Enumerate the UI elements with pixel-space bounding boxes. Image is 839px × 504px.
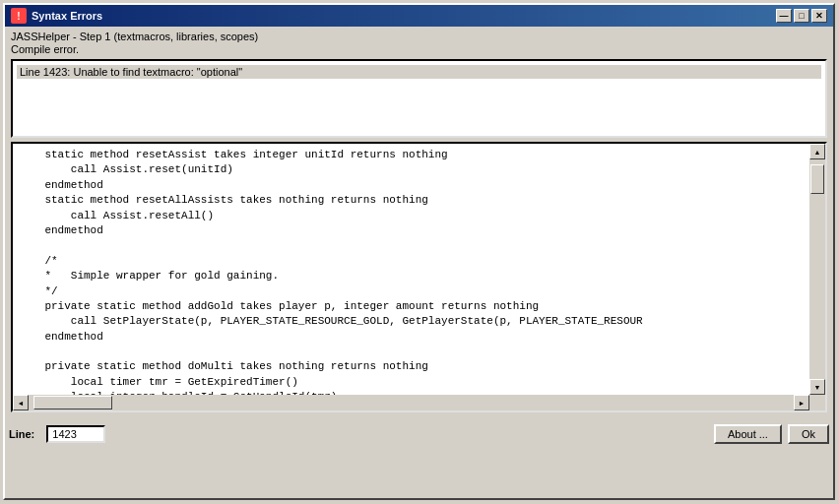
scroll-right-button[interactable]: ► [794,395,809,410]
scroll-up-button[interactable]: ▲ [809,144,825,159]
window-content: JASSHelper - Step 1 (textmacros, librari… [5,27,833,418]
info-line-2: Compile error. [11,43,827,55]
line-label: Line: [9,428,34,440]
title-bar: ! Syntax Errors — □ ✕ [5,5,833,27]
scroll-track-horizontal[interactable] [29,395,794,410]
status-bar: Line: 1423 About ... Ok [5,421,833,447]
vertical-scrollbar[interactable]: ▲ ▼ [809,144,825,395]
scroll-track-vertical[interactable] [809,159,825,379]
scroll-thumb-horizontal[interactable] [33,396,112,410]
scroll-thumb-vertical[interactable] [810,164,824,194]
error-box[interactable]: Line 1423: Unable to find textmacro: "op… [11,59,827,138]
info-line-1: JASSHelper - Step 1 (textmacros, librari… [11,31,827,42]
scroll-corner [809,395,825,410]
title-bar-left: ! Syntax Errors [11,8,102,24]
scroll-left-button[interactable]: ◄ [13,395,29,410]
code-area[interactable]: static method resetAssist takes integer … [13,144,809,395]
error-line: Line 1423: Unable to find textmacro: "op… [17,65,821,79]
minimize-button[interactable]: — [776,9,792,23]
ok-button[interactable]: Ok [788,424,829,444]
horizontal-scrollbar[interactable]: ◄ ► [13,395,809,410]
line-value: 1423 [46,425,105,443]
close-button[interactable]: ✕ [811,9,827,23]
syntax-errors-window: ! Syntax Errors — □ ✕ JASSHelper - Step … [3,3,835,500]
window-icon: ! [11,8,27,24]
window-title: Syntax Errors [32,10,102,22]
status-buttons: About ... Ok [714,424,829,444]
scroll-down-button[interactable]: ▼ [809,379,825,395]
code-area-container: static method resetAssist takes integer … [11,142,827,412]
about-button[interactable]: About ... [714,424,782,444]
maximize-button[interactable]: □ [794,9,809,23]
title-buttons: — □ ✕ [776,9,827,23]
